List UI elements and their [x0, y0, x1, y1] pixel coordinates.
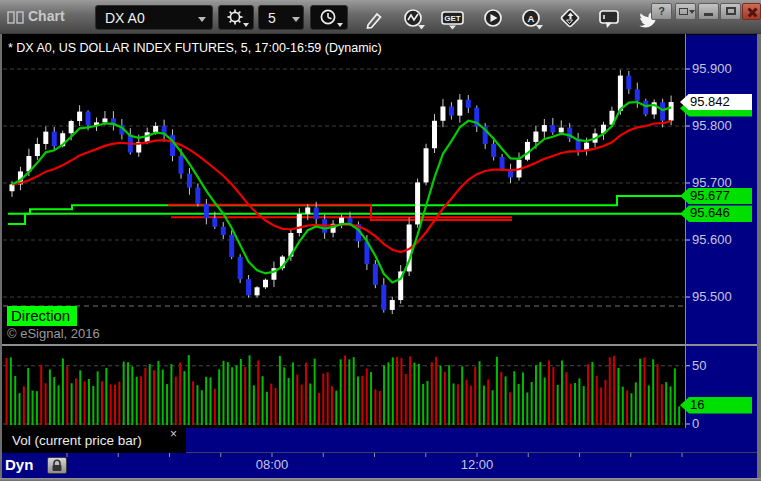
price-flag: 95.646 — [680, 205, 752, 222]
chevron-down-icon — [337, 23, 343, 27]
direction-study-label[interactable]: Direction — [7, 306, 77, 326]
help-button[interactable]: ? — [651, 3, 672, 20]
chevron-down-icon — [292, 17, 300, 22]
volume-study-label[interactable]: Vol (current price bar) × — [2, 428, 186, 453]
chevron-down-icon — [689, 10, 695, 14]
volume-axis-label: 50 — [692, 358, 706, 373]
close-icon — [743, 4, 760, 19]
lock-button[interactable] — [47, 457, 67, 474]
window-icon — [7, 10, 25, 25]
symbol-value: DX A0 — [105, 10, 145, 26]
volume-study-label-text: Vol (current price bar) — [12, 433, 142, 448]
chevron-down-icon — [198, 17, 206, 22]
chevron-down-icon — [243, 23, 249, 27]
minimize-icon — [704, 13, 713, 16]
maximize-button[interactable] — [720, 3, 741, 20]
chat-note-icon[interactable] — [597, 7, 623, 31]
chart-window: Chart DX A0 5 — [0, 0, 761, 481]
price-axis-label: 95.800 — [692, 118, 732, 133]
app-title: Chart — [28, 8, 65, 24]
line-tool-icon[interactable] — [401, 7, 427, 31]
titlebar: Chart DX A0 5 — [0, 1, 761, 34]
price-chart-pane[interactable] — [2, 34, 686, 345]
symbol-dropdown[interactable]: DX A0 — [95, 5, 213, 30]
symbol-settings-button[interactable] — [218, 5, 254, 30]
price-axis-label: 95.600 — [692, 232, 732, 247]
maximize-icon — [726, 7, 736, 15]
interval-dropdown[interactable]: 5 — [258, 5, 304, 30]
copyright-watermark: © eSignal, 2016 — [7, 326, 100, 341]
time-template-button[interactable] — [310, 5, 348, 30]
lock-icon — [48, 458, 66, 473]
pane-separator[interactable] — [2, 344, 757, 346]
svg-text:A: A — [528, 13, 535, 24]
panel-toggle-button[interactable] — [675, 3, 696, 20]
tab-dyn[interactable]: Dyn — [5, 456, 33, 473]
time-axis-label: 08:00 — [256, 457, 289, 472]
price-axis-label: 95.500 — [692, 289, 732, 304]
pencil-draw-icon[interactable] — [362, 7, 388, 31]
price-axis-label: 95.700 — [692, 175, 732, 190]
get-data-icon[interactable]: GET — [440, 7, 466, 31]
price-flag: 95.677 — [680, 188, 752, 205]
volume-axis-label: 0 — [692, 416, 699, 431]
auto-trade-icon[interactable]: A — [519, 7, 545, 31]
close-study-icon[interactable]: × — [170, 429, 177, 439]
price-flag: 95.842 — [680, 94, 752, 111]
swap-arrows-icon[interactable] — [558, 7, 584, 31]
interval-value: 5 — [268, 10, 276, 26]
price-axis-label: 95.900 — [692, 61, 732, 76]
play-replay-icon[interactable] — [481, 7, 507, 31]
close-button[interactable] — [742, 3, 761, 20]
get-label: GET — [444, 14, 461, 23]
minimize-button[interactable] — [698, 3, 719, 20]
chart-header: * DX A0, US DOLLAR INDEX FUTURES, 5, 17:… — [8, 41, 382, 55]
volume-pane[interactable] — [2, 346, 686, 428]
time-axis-label: 12:00 — [461, 457, 494, 472]
volume-flag: 16 — [680, 397, 752, 414]
panel-icon — [679, 8, 688, 15]
